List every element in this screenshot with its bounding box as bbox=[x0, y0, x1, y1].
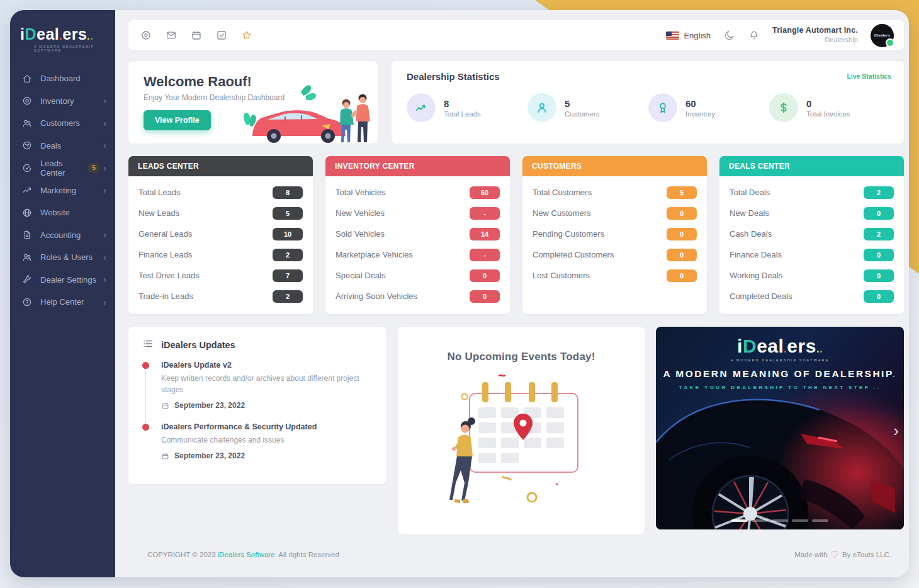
value-badge: - bbox=[470, 207, 500, 220]
panel-header: DEALS CENTER bbox=[719, 156, 904, 176]
sidebar-item-website[interactable]: Website bbox=[10, 201, 115, 224]
idealers-software-link[interactable]: iDealers Software bbox=[218, 551, 275, 558]
value-badge: 7 bbox=[273, 269, 303, 282]
sidebar-item-label: Leads Center bbox=[40, 159, 88, 178]
sidebar-item-dealer-settings[interactable]: Dealer Settings › bbox=[10, 269, 115, 291]
home-icon bbox=[21, 73, 32, 84]
trend-icon bbox=[21, 185, 32, 196]
updates-timeline: iDealers Update v2 Keep written records … bbox=[142, 361, 373, 473]
update-title: iDealers Update v2 bbox=[161, 361, 373, 370]
value-badge: 0 bbox=[667, 249, 697, 261]
users-icon bbox=[21, 252, 32, 263]
logo-dot-red bbox=[784, 351, 786, 353]
panel-row: Finance Deals0 bbox=[730, 244, 894, 265]
stat-inventory: 60Inventory bbox=[648, 93, 769, 122]
panel-header: CUSTOMERS bbox=[522, 156, 707, 176]
banner-subheadline: TAKE YOUR DEALERSHIP TO THE NEXT STEP .. bbox=[656, 385, 904, 390]
update-date: September 23, 2022 bbox=[161, 451, 373, 460]
sidebar-item-customers[interactable]: Customers › bbox=[10, 112, 115, 135]
sidebar-item-label: Help Center bbox=[40, 297, 84, 307]
carousel-pagination bbox=[731, 519, 828, 522]
heart-icon: ♡ bbox=[831, 550, 839, 559]
leads-count-badge: 5 bbox=[88, 163, 100, 173]
sidebar-item-label: Roles & Users bbox=[40, 252, 93, 262]
promo-banner[interactable]: iDealers A MODERN DEALERSHIP SOFTWARE A … bbox=[656, 327, 904, 529]
panel-row: Arriving Soon Vehicles0 bbox=[335, 286, 500, 307]
brand-logo[interactable]: iDealers A MODERN DEALERSHIP SOFTWARE bbox=[10, 20, 115, 61]
value-badge: 2 bbox=[273, 290, 303, 303]
medal-icon bbox=[648, 93, 677, 122]
panel-row: Total Leads8 bbox=[138, 182, 303, 203]
panel-header: INVENTORY CENTER bbox=[325, 156, 510, 176]
logo-dot-red bbox=[60, 38, 62, 40]
carousel-dash[interactable] bbox=[752, 519, 768, 522]
carousel-dash[interactable] bbox=[772, 519, 788, 522]
panel-row: Sold Vehicles14 bbox=[335, 223, 500, 244]
carousel-dash[interactable] bbox=[812, 519, 828, 522]
sidebar-item-roles-users[interactable]: Roles & Users › bbox=[10, 246, 115, 269]
target-icon[interactable] bbox=[140, 30, 152, 42]
panel-row: New Vehicles- bbox=[335, 203, 500, 223]
disc-icon bbox=[21, 96, 32, 106]
welcome-card: Welcome Raouf! Enjoy Your Modern Dealers… bbox=[128, 61, 378, 144]
sidebar-item-marketing[interactable]: Marketing › bbox=[10, 179, 115, 202]
banner-brand-logo: iDealers A MODERN DEALERSHIP SOFTWARE bbox=[656, 337, 904, 362]
stat-customers: 5Customers bbox=[527, 93, 648, 122]
banner-brand-tagline: A MODERN DEALERSHIP SOFTWARE bbox=[656, 358, 904, 362]
live-statistics-link[interactable]: Live Statistics bbox=[847, 72, 891, 80]
view-profile-button[interactable]: View Profile bbox=[144, 110, 211, 130]
dark-mode-moon-icon[interactable] bbox=[723, 30, 735, 42]
sidebar-item-inventory[interactable]: Inventory › bbox=[10, 90, 115, 113]
sidebar-item-label: Customers bbox=[40, 118, 80, 128]
language-selector[interactable]: English bbox=[666, 31, 711, 40]
topbar: English Triangle Automart Inc. Dealershi… bbox=[128, 20, 904, 50]
sidebar-item-label: Dealer Settings bbox=[40, 275, 96, 285]
question-circle-icon bbox=[21, 297, 32, 307]
value-badge: 5 bbox=[667, 186, 697, 199]
logo-dot-yellow bbox=[817, 351, 819, 353]
panel-row: Completed Customers0 bbox=[533, 244, 697, 265]
mail-icon[interactable] bbox=[165, 30, 177, 42]
timeline-dot bbox=[142, 362, 149, 369]
carousel-dash[interactable] bbox=[792, 519, 808, 522]
avatar[interactable]: iDealers bbox=[871, 24, 894, 47]
sidebar-item-help-center[interactable]: Help Center › bbox=[10, 291, 115, 314]
main-area: English Triangle Automart Inc. Dealershi… bbox=[115, 10, 909, 577]
chevron-right-icon: › bbox=[103, 164, 106, 172]
dealership-statistics-card: Dealership Statistics Live Statistics 8T… bbox=[392, 61, 904, 144]
logo-dot-green bbox=[91, 38, 93, 40]
account-menu[interactable]: Triangle Automart Inc. Dealership bbox=[772, 26, 858, 44]
sidebar-item-dashboard[interactable]: Dashboard bbox=[10, 67, 115, 90]
sidebar-item-leads-center[interactable]: Leads Center 5 › bbox=[10, 157, 115, 179]
carousel-next-arrow[interactable]: › bbox=[893, 422, 899, 439]
app-window: iDealers A MODERN DEALERSHIP SOFTWARE Da… bbox=[10, 10, 909, 577]
panel-row: Finance Leads2 bbox=[138, 244, 303, 265]
panel-row: Total Customers5 bbox=[533, 182, 697, 203]
update-date: September 23, 2022 bbox=[161, 401, 373, 410]
carousel-dash[interactable] bbox=[731, 519, 748, 522]
person-icon bbox=[527, 93, 556, 122]
chevron-right-icon: › bbox=[103, 298, 106, 307]
sidebar-item-deals[interactable]: Deals › bbox=[10, 135, 115, 157]
value-badge: 0 bbox=[864, 290, 894, 303]
value-badge: 0 bbox=[864, 249, 894, 261]
topbar-quick-icons bbox=[140, 30, 252, 42]
value-badge: 2 bbox=[864, 228, 894, 240]
bell-icon[interactable] bbox=[748, 30, 760, 42]
sports-car-illustration bbox=[656, 385, 904, 529]
statistics-row: 8Total Leads 5Customers 60Inventory 0Tot… bbox=[407, 93, 890, 122]
calendar-icon bbox=[161, 452, 169, 460]
value-badge: 0 bbox=[864, 207, 894, 220]
panel-row: General Leads10 bbox=[138, 223, 303, 244]
sidebar-item-accounting[interactable]: Accounting › bbox=[10, 224, 115, 247]
account-type: Dealership bbox=[772, 36, 858, 45]
events-card: No Upcoming Events Today! bbox=[398, 327, 645, 534]
panel-row: New Deals0 bbox=[730, 203, 894, 223]
panel-row: Marketplace Vehicles- bbox=[335, 244, 500, 265]
star-icon[interactable] bbox=[240, 30, 252, 42]
panel-row: Lost Customers0 bbox=[533, 265, 697, 286]
sidebar-item-label: Website bbox=[40, 208, 70, 217]
calendar-icon[interactable] bbox=[190, 30, 202, 42]
value-badge: 0 bbox=[667, 269, 697, 282]
tasks-icon[interactable] bbox=[215, 30, 227, 42]
